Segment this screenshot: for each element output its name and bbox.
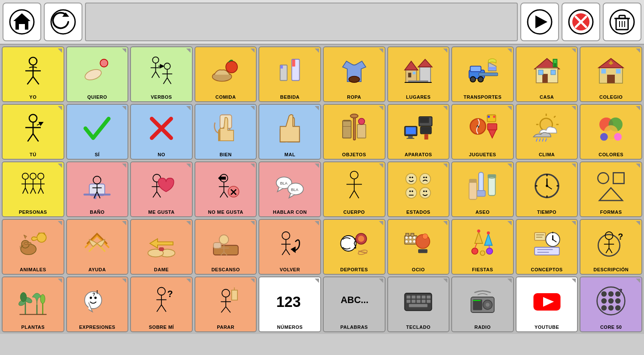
ayuda-label: AYUDA <box>88 267 106 272</box>
cell-core50[interactable]: ? CORE 50 <box>580 276 642 332</box>
cell-youtube[interactable]: YOUTUBE <box>516 276 578 332</box>
numeros-label: NÚMEROS <box>277 325 303 330</box>
home-icon <box>9 9 35 35</box>
svg-point-239 <box>487 231 490 234</box>
cell-bien[interactable]: BIEN <box>194 104 257 160</box>
juguetes-label: JUGUETES <box>469 152 496 157</box>
svg-point-231 <box>410 240 412 243</box>
cell-juguetes[interactable]: JUGUETES <box>451 104 514 160</box>
svg-rect-207 <box>213 243 221 249</box>
cell-no[interactable]: NO <box>130 104 193 160</box>
trash-button[interactable] <box>603 3 641 41</box>
svg-point-170 <box>425 176 427 178</box>
svg-point-177 <box>425 191 427 192</box>
transportes-label: TRANSPORTES <box>464 94 502 100</box>
svg-rect-301 <box>427 300 431 303</box>
svg-point-318 <box>608 305 614 311</box>
cell-comida[interactable]: COMIDA <box>194 46 257 102</box>
svg-rect-182 <box>469 182 477 200</box>
cell-descripcion[interactable]: ? DESCRIPCIÓN <box>580 219 642 275</box>
top-bar <box>0 0 644 45</box>
cell-cuerpo[interactable]: CUERPO <box>323 161 386 217</box>
palabras-icon: ABC... <box>325 279 384 323</box>
cell-yo[interactable]: YO <box>2 46 64 102</box>
fiestas-icon <box>453 221 512 265</box>
cell-personas[interactable]: PERSONAS <box>2 161 64 217</box>
cell-dame[interactable]: DAME <box>130 219 193 275</box>
clear-button[interactable] <box>562 3 600 41</box>
personas-label: PERSONAS <box>19 209 47 215</box>
svg-rect-246 <box>535 233 545 240</box>
conceptos-icon <box>517 221 577 265</box>
cell-plantas[interactable]: PLANTAS <box>2 276 64 332</box>
lugares-icon <box>389 49 448 93</box>
cell-aparatos[interactable]: APARATOS <box>387 104 450 160</box>
cell-colores[interactable]: COLORES <box>580 104 642 160</box>
cell-palabras[interactable]: ABC... PALABRAS <box>323 276 386 332</box>
cell-mal[interactable]: MAL <box>258 104 321 160</box>
svg-line-147 <box>157 192 161 198</box>
svg-line-134 <box>41 188 43 194</box>
cell-verbos[interactable]: VERBOS <box>130 46 193 102</box>
cell-tu[interactable]: TÚ <box>2 104 64 160</box>
svg-point-241 <box>480 251 485 255</box>
cell-estados[interactable]: ESTADOS <box>387 161 450 217</box>
cell-teclado[interactable]: TECLADO <box>387 276 450 332</box>
cell-volver[interactable]: VOLVER <box>258 219 321 275</box>
svg-point-234 <box>422 234 428 240</box>
cell-aseo[interactable]: ASEO <box>451 161 514 217</box>
cell-fiestas[interactable]: FIESTAS <box>451 219 514 275</box>
sobre_mi-icon: ? <box>132 279 191 323</box>
cell-formas[interactable]: FORMAS <box>580 161 642 217</box>
cell-parar[interactable]: PARAR <box>194 276 257 332</box>
cell-bano[interactable]: BAÑO <box>66 161 129 217</box>
cell-objetos[interactable]: OBJETOS <box>323 104 386 160</box>
bebida-icon <box>260 49 319 93</box>
cell-animales[interactable]: ANIMALES <box>2 219 64 275</box>
cell-hablar_con[interactable]: BLA BLA HABLAR CON <box>258 161 321 217</box>
cell-no_me_gusta[interactable]: NO ME GUSTA <box>194 161 257 217</box>
svg-text:?: ? <box>93 292 96 297</box>
cell-bebida[interactable]: BEBIDA <box>258 46 321 102</box>
back-button[interactable] <box>44 3 82 41</box>
cell-me_gusta[interactable]: ME GUSTA <box>130 161 193 217</box>
cell-colegio[interactable]: COLEGIO <box>580 46 642 102</box>
cell-deportes[interactable]: DEPORTES <box>323 219 386 275</box>
cell-quiero[interactable]: QUIERO <box>66 46 129 102</box>
cell-clima[interactable]: CLIMA <box>516 104 578 160</box>
svg-point-171 <box>406 188 417 198</box>
cell-ocio[interactable]: OCIO <box>387 219 450 275</box>
svg-point-102 <box>488 115 490 118</box>
top-right-buttons <box>520 3 641 41</box>
cell-casa[interactable]: CASA <box>516 46 578 102</box>
svg-rect-98 <box>425 134 428 140</box>
radio-label: RADIO <box>474 325 491 330</box>
cell-sobre_mi[interactable]: ? SOBRE MÍ <box>130 276 193 332</box>
play-button[interactable] <box>520 3 559 41</box>
svg-point-270 <box>40 294 45 304</box>
home-button[interactable] <box>3 3 41 41</box>
cell-tiempo[interactable]: TIEMPO <box>516 161 578 217</box>
svg-rect-300 <box>422 300 425 303</box>
cell-transportes[interactable]: TRANSPORTES <box>451 46 514 102</box>
svg-line-76 <box>37 123 42 125</box>
cell-ayuda[interactable]: AYUDA <box>66 219 129 275</box>
cell-si[interactable]: SÍ <box>66 104 129 160</box>
aseo-icon <box>453 164 512 208</box>
plantas-icon <box>3 279 63 323</box>
youtube-icon <box>517 279 577 323</box>
cell-radio[interactable]: RADIO <box>451 276 514 332</box>
cell-lugares[interactable]: LUGARES <box>387 46 450 102</box>
cell-expresiones[interactable]: ? ! EXPRESIONES <box>66 276 129 332</box>
svg-text:123: 123 <box>276 294 301 310</box>
cell-descanso[interactable]: DESCANSO <box>194 219 257 275</box>
svg-rect-60 <box>538 70 543 75</box>
cell-numeros[interactable]: 123 NÚMEROS <box>258 276 321 332</box>
svg-line-124 <box>25 188 28 194</box>
cell-conceptos[interactable]: CONCEPTOS <box>516 219 578 275</box>
cell-ropa[interactable]: ROPA <box>323 46 386 102</box>
no_me_gusta-icon <box>196 164 255 208</box>
yo-label: YO <box>29 94 36 100</box>
svg-rect-299 <box>417 300 421 303</box>
expresiones-icon: ? ! <box>68 279 127 323</box>
